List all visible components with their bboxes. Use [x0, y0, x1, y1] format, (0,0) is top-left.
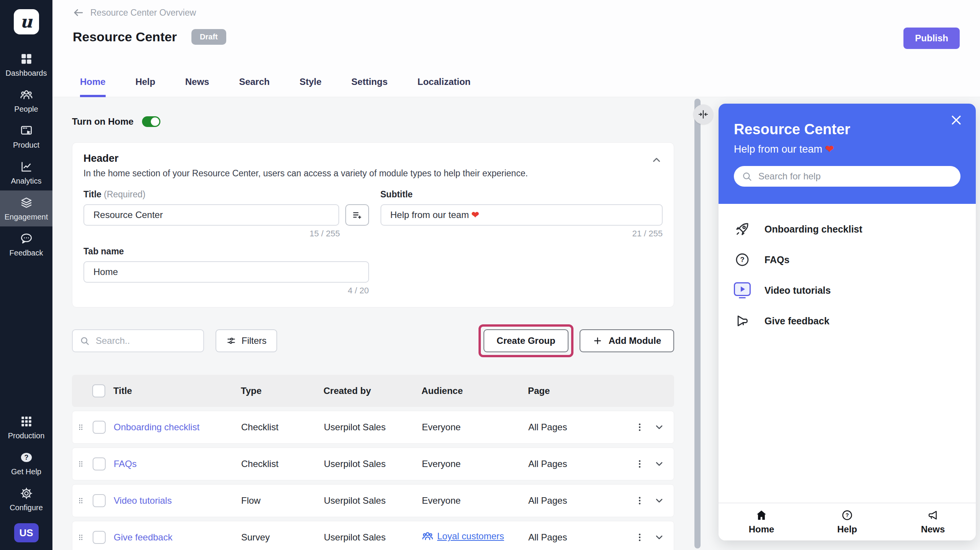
header-card: Header In the home section of your Resou… [72, 142, 674, 308]
title-field-column: Title (Required) Resource Center 15 / 25… [83, 189, 369, 296]
header-form: Title (Required) Resource Center 15 / 25… [83, 189, 663, 296]
breadcrumb[interactable]: Resource Center Overview [73, 7, 196, 18]
sidebar-item-label: Production [8, 431, 45, 440]
audience-segment-link[interactable]: Loyal customers [422, 530, 504, 542]
preview-title: Resource Center [734, 121, 960, 138]
preview-item-label: FAQs [764, 254, 789, 265]
user-avatar[interactable]: US [14, 523, 39, 542]
module-created-by: Userpilot Sales [319, 422, 417, 433]
sidebar-item-label: Feedback [10, 249, 43, 257]
preview-search-box[interactable] [734, 166, 960, 187]
drag-handle-icon[interactable] [72, 459, 89, 469]
turn-on-home-label: Turn on Home [72, 116, 134, 127]
chevron-down-icon[interactable] [654, 495, 665, 506]
preview-search-input[interactable] [758, 171, 953, 182]
drag-handle-icon[interactable] [72, 422, 89, 432]
app-screen: u Dashboards People Product Analytics En… [0, 0, 980, 550]
table-row: FAQs Checklist Userpilot Sales Everyone … [72, 447, 674, 480]
sidebar-item-get-help[interactable]: ? Get Help [0, 445, 52, 481]
module-title-link[interactable]: Onboarding checklist [114, 422, 199, 432]
title-input[interactable]: Resource Center [83, 204, 339, 226]
add-module-button[interactable]: Add Module [580, 329, 674, 352]
sidebar-item-production[interactable]: Production [0, 409, 52, 445]
sidebar-item-feedback[interactable]: Feedback [0, 226, 52, 262]
title-input-row: Resource Center [83, 204, 369, 226]
row-checkbox[interactable] [93, 457, 106, 470]
tab-settings[interactable]: Settings [351, 76, 388, 97]
tab-style[interactable]: Style [299, 76, 321, 97]
title-field-label: Title (Required) [83, 189, 369, 200]
module-title-link[interactable]: FAQs [114, 459, 137, 469]
select-all-checkbox[interactable] [92, 384, 105, 397]
kebab-menu-icon[interactable] [635, 496, 645, 506]
product-icon [20, 124, 33, 137]
vertical-scrollbar[interactable] [694, 99, 701, 548]
preview-item-video-tutorials[interactable]: Video tutorials [734, 275, 960, 306]
userpilot-logo[interactable]: u [14, 9, 39, 34]
sidebar-item-engagement[interactable]: Engagement [0, 190, 52, 226]
turn-on-home-toggle[interactable] [142, 116, 160, 127]
tab-localization[interactable]: Localization [418, 76, 471, 97]
module-title-link[interactable]: Video tutorials [114, 495, 172, 506]
filters-button[interactable]: Filters [216, 329, 277, 352]
top-header: Resource Center Overview Resource Center… [52, 0, 980, 97]
tab-search[interactable]: Search [239, 76, 270, 97]
tab-name-input[interactable]: Home [83, 261, 369, 283]
modules-search-box[interactable] [72, 329, 204, 352]
drag-handle-icon[interactable] [72, 496, 89, 506]
rocket-icon [734, 221, 751, 237]
sidebar-item-configure[interactable]: Configure [0, 481, 52, 517]
chevron-up-icon[interactable] [651, 154, 662, 166]
sidebar-item-product[interactable]: Product [0, 119, 52, 155]
tab-help[interactable]: Help [136, 76, 155, 97]
module-type: Checklist [237, 459, 319, 469]
list-add-icon [352, 210, 363, 220]
preview-item-give-feedback[interactable]: Give feedback [734, 306, 960, 336]
module-title-link[interactable]: Give feedback [114, 532, 172, 542]
subtitle-char-counter: 21 / 255 [381, 229, 663, 239]
sidebar-item-label: Engagement [5, 213, 48, 221]
sidebar-item-people[interactable]: People [0, 83, 52, 119]
preview-nav-home[interactable]: Home [719, 503, 804, 540]
module-page: All Pages [524, 422, 632, 433]
kebab-menu-icon[interactable] [635, 459, 645, 469]
subtitle-input[interactable]: Help from our team ❤ [381, 204, 663, 226]
preview-subtitle: Help from our team ❤ [734, 143, 960, 155]
back-arrow-icon[interactable] [73, 7, 84, 18]
module-type: Flow [237, 495, 319, 506]
status-badge: Draft [191, 29, 226, 45]
kebab-menu-icon[interactable] [635, 532, 645, 542]
row-actions [632, 532, 674, 543]
kebab-menu-icon[interactable] [635, 422, 645, 432]
row-checkbox[interactable] [93, 531, 106, 544]
svg-text:?: ? [846, 512, 849, 518]
collapse-panel-handle[interactable] [693, 104, 713, 124]
chevron-down-icon[interactable] [654, 422, 665, 433]
create-group-button[interactable]: Create Group [483, 329, 568, 352]
row-checkbox[interactable] [93, 494, 106, 507]
preview-bottom-nav: Home ? Help News [719, 503, 976, 540]
preview-nav-help[interactable]: ? Help [804, 503, 890, 540]
preview-item-faqs[interactable]: ? FAQs [734, 244, 960, 275]
breadcrumb-label[interactable]: Resource Center Overview [90, 8, 196, 18]
sidebar-item-dashboards[interactable]: Dashboards [0, 47, 52, 83]
subtitle-input-row: Help from our team ❤ [381, 204, 663, 226]
drag-handle-icon[interactable] [72, 532, 89, 542]
modules-search-input[interactable] [95, 335, 196, 347]
preview-item-onboarding[interactable]: Onboarding checklist [734, 214, 960, 244]
tab-name-field: Tab name Home 4 / 20 [83, 246, 369, 296]
insert-variable-button[interactable] [345, 204, 369, 226]
row-checkbox[interactable] [93, 421, 106, 434]
chevron-down-icon[interactable] [654, 459, 665, 469]
sidebar-item-analytics[interactable]: Analytics [0, 155, 52, 190]
heart-emoji: ❤ [469, 210, 479, 220]
chevron-down-icon[interactable] [654, 532, 665, 543]
tab-home[interactable]: Home [80, 76, 106, 97]
table-row: Video tutorials Flow Userpilot Sales Eve… [72, 484, 674, 517]
publish-button[interactable]: Publish [903, 28, 960, 49]
segment-people-icon [422, 530, 433, 542]
filters-icon [226, 336, 236, 346]
tab-news[interactable]: News [185, 76, 209, 97]
close-icon[interactable] [950, 114, 963, 127]
preview-nav-news[interactable]: News [890, 503, 976, 540]
